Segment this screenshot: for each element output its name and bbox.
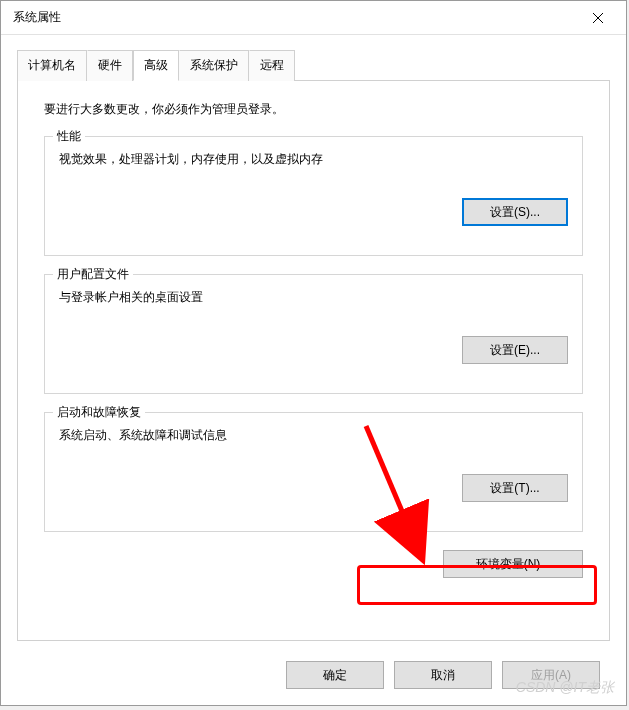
tab-advanced[interactable]: 高级: [133, 50, 179, 81]
startup-settings-button[interactable]: 设置(T)...: [462, 474, 568, 502]
footer-buttons: 确定 取消 应用(A): [286, 661, 600, 689]
close-button[interactable]: [578, 4, 618, 32]
performance-settings-button[interactable]: 设置(S)...: [462, 198, 568, 226]
userprofile-group: 用户配置文件 与登录帐户相关的桌面设置 设置(E)...: [44, 274, 583, 394]
performance-desc: 视觉效果，处理器计划，内存使用，以及虚拟内存: [59, 151, 568, 168]
titlebar: 系统属性: [1, 1, 626, 35]
performance-group: 性能 视觉效果，处理器计划，内存使用，以及虚拟内存 设置(S)...: [44, 136, 583, 256]
environment-variables-button[interactable]: 环境变量(N)...: [443, 550, 583, 578]
tab-panel-advanced: 要进行大多数更改，你必须作为管理员登录。 性能 视觉效果，处理器计划，内存使用，…: [17, 81, 610, 641]
tab-computer-name[interactable]: 计算机名: [17, 50, 87, 81]
tab-system-protection[interactable]: 系统保护: [179, 50, 249, 81]
userprofile-desc: 与登录帐户相关的桌面设置: [59, 289, 568, 306]
close-icon: [592, 12, 604, 24]
tab-remote[interactable]: 远程: [249, 50, 295, 81]
cancel-button[interactable]: 取消: [394, 661, 492, 689]
system-properties-dialog: 系统属性 计算机名 硬件 高级 系统保护 远程 要进行大多数更改，你必须作为管理…: [0, 0, 627, 706]
startup-desc: 系统启动、系统故障和调试信息: [59, 427, 568, 444]
tab-hardware[interactable]: 硬件: [87, 50, 133, 81]
tabs-row: 计算机名 硬件 高级 系统保护 远程: [17, 49, 610, 81]
userprofile-settings-button[interactable]: 设置(E)...: [462, 336, 568, 364]
admin-notice: 要进行大多数更改，你必须作为管理员登录。: [44, 101, 583, 118]
window-title: 系统属性: [13, 9, 61, 26]
ok-button[interactable]: 确定: [286, 661, 384, 689]
startup-title: 启动和故障恢复: [53, 404, 145, 421]
performance-title: 性能: [53, 128, 85, 145]
userprofile-title: 用户配置文件: [53, 266, 133, 283]
apply-button[interactable]: 应用(A): [502, 661, 600, 689]
startup-group: 启动和故障恢复 系统启动、系统故障和调试信息 设置(T)...: [44, 412, 583, 532]
